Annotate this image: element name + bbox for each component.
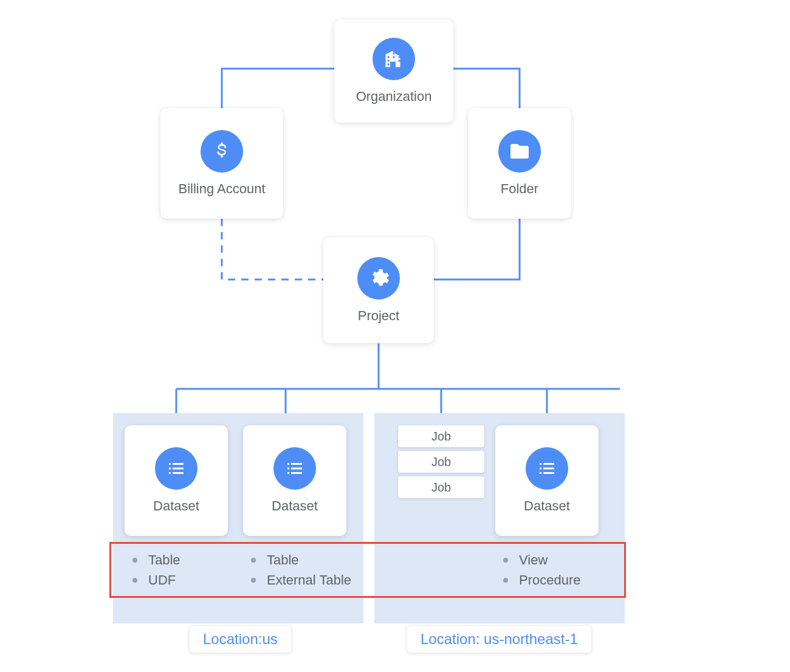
gear-icon	[357, 257, 400, 300]
node-billing-account: Billing Account	[160, 108, 283, 219]
folder-icon	[498, 130, 541, 173]
bullet-icon	[251, 558, 256, 563]
job-item: Job	[398, 425, 484, 447]
list-icon	[155, 447, 197, 490]
content-item: Table	[148, 550, 180, 570]
node-label: Folder	[501, 181, 538, 197]
node-label: Organization	[356, 89, 432, 105]
job-item: Job	[398, 476, 484, 498]
node-organization: Organization	[334, 19, 453, 123]
node-project: Project	[323, 237, 434, 343]
bullet-icon	[132, 578, 137, 583]
node-label: Project	[358, 308, 399, 324]
diagram-canvas: Organization Billing Account Folder Proj…	[0, 0, 790, 672]
location-label-left: Location:us	[190, 626, 291, 653]
dollar-icon	[201, 130, 243, 173]
list-icon	[526, 447, 568, 490]
node-label: Dataset	[524, 498, 570, 514]
bullet-icon	[132, 558, 137, 563]
dataset-contents-2: Table External Table	[251, 550, 351, 590]
dataset-contents-1: Table UDF	[132, 550, 180, 590]
location-label-right: Location: us-northeast-1	[407, 626, 591, 653]
node-dataset-2: Dataset	[243, 425, 346, 536]
node-label: Dataset	[153, 498, 199, 514]
job-item: Job	[398, 451, 484, 473]
bullet-icon	[251, 578, 256, 583]
node-dataset-3: Dataset	[495, 425, 599, 536]
node-dataset-1: Dataset	[125, 425, 228, 536]
content-item: External Table	[267, 570, 351, 590]
content-item: Procedure	[519, 570, 581, 590]
content-item: UDF	[148, 570, 176, 590]
bullet-icon	[503, 558, 508, 563]
content-item: Table	[267, 550, 299, 570]
node-label: Billing Account	[178, 181, 265, 197]
dataset-contents-3: View Procedure	[503, 550, 581, 590]
node-folder: Folder	[468, 108, 571, 219]
bullet-icon	[503, 578, 508, 583]
node-label: Dataset	[272, 498, 318, 514]
content-item: View	[519, 550, 548, 570]
list-icon	[273, 447, 316, 490]
building-icon	[373, 38, 415, 80]
